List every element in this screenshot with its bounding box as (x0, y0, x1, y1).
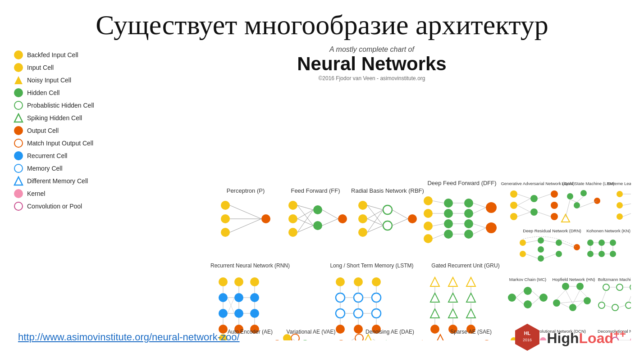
svg-line-380 (557, 290, 566, 299)
svg-point-13 (288, 214, 297, 223)
svg-point-72 (219, 293, 228, 302)
svg-text:Deep Feed Forward (DFF): Deep Feed Forward (DFF) (427, 180, 496, 186)
highload-text: HighLoad++ (547, 328, 626, 347)
svg-point-312 (556, 251, 562, 257)
svg-line-33 (367, 205, 383, 210)
svg-point-43 (424, 209, 433, 218)
svg-marker-124 (448, 277, 457, 286)
legend-label: Different Memory Cell (27, 177, 88, 185)
svg-line-274 (566, 199, 570, 217)
svg-marker-481 (515, 324, 539, 351)
svg-point-321 (610, 240, 616, 246)
chart-header: A mostly complete chart of Neural Networ… (297, 45, 446, 81)
svg-point-104 (354, 309, 363, 318)
svg-line-56 (433, 201, 444, 203)
svg-point-276 (617, 202, 623, 208)
legend-item: Convolution or Pool (14, 201, 113, 211)
svg-text:HL: HL (524, 330, 531, 336)
legend-item: Input Cell (14, 63, 113, 72)
svg-line-65 (473, 208, 486, 213)
svg-point-390 (598, 302, 605, 308)
svg-line-25 (322, 219, 338, 226)
svg-line-286 (623, 212, 631, 217)
svg-point-73 (234, 293, 243, 302)
legend-item: Spiking Hidden Cell (14, 113, 113, 123)
svg-point-253 (510, 202, 517, 209)
svg-point-387 (603, 284, 609, 290)
legend-label: Recurrent Cell (27, 152, 67, 159)
svg-line-315 (526, 254, 538, 258)
svg-point-6 (221, 228, 230, 237)
svg-line-263 (517, 212, 530, 217)
content-area: Backfed Input Cell Input Cell Noisy Inpu… (14, 45, 630, 340)
svg-point-310 (538, 255, 544, 262)
svg-point-55 (486, 222, 497, 233)
svg-line-396 (629, 290, 631, 302)
svg-point-4 (221, 201, 230, 210)
svg-point-31 (383, 221, 392, 230)
svg-point-309 (538, 246, 544, 253)
svg-point-388 (617, 284, 623, 290)
svg-point-307 (520, 251, 526, 257)
svg-point-51 (464, 209, 473, 218)
legend-item: Output Cell (14, 126, 113, 136)
svg-point-311 (556, 240, 562, 246)
legend-label: Probablistic Hidden Cell (27, 102, 94, 109)
legend-label: Backfed Input Cell (27, 51, 78, 59)
footer: http://www.asimovinstitute.org/neural-ne… (0, 321, 644, 353)
svg-point-75 (219, 309, 228, 318)
legend-icon (14, 88, 23, 98)
svg-text:Extreme Learning Machine (ELM): Extreme Learning Machine (ELM) (607, 181, 631, 186)
legend-label: Output Cell (27, 127, 59, 134)
svg-text:Kohonen Network (KN): Kohonen Network (KN) (586, 228, 630, 233)
svg-point-367 (524, 287, 532, 295)
legend-icon (14, 163, 23, 173)
svg-line-64 (473, 203, 486, 208)
svg-point-44 (424, 222, 433, 231)
legend-label: Noisy Input Cell (27, 77, 71, 84)
legend-item: Hidden Cell (14, 88, 113, 98)
svg-text:Deep Residual Network (DRN): Deep Residual Network (DRN) (523, 228, 581, 233)
svg-line-40 (392, 219, 408, 226)
svg-line-264 (538, 194, 551, 199)
svg-point-12 (288, 201, 297, 210)
svg-marker-127 (448, 293, 457, 302)
svg-point-375 (576, 283, 584, 290)
svg-line-24 (322, 210, 338, 219)
slide: Существует многообразие архитектур Backf… (0, 0, 644, 362)
svg-point-5 (221, 214, 230, 223)
svg-line-371 (516, 298, 524, 304)
svg-point-105 (372, 309, 381, 318)
svg-marker-126 (430, 293, 439, 302)
svg-marker-269 (562, 214, 570, 222)
legend-label: Memory Cell (27, 165, 63, 172)
svg-point-54 (486, 202, 497, 213)
svg-point-322 (587, 251, 594, 257)
footer-link[interactable]: http://www.asimovinstitute.org/neural-ne… (18, 331, 240, 343)
legend-item: Different Memory Cell (14, 176, 113, 186)
legend-label: Convolution or Pool (27, 203, 82, 210)
svg-line-285 (623, 203, 631, 205)
svg-point-266 (567, 193, 573, 199)
svg-point-100 (336, 293, 345, 302)
svg-point-45 (424, 234, 433, 243)
legend-item: Kernel (14, 189, 113, 199)
svg-text:Long / Short Term Memory (LSTM: Long / Short Term Memory (LSTM) (330, 262, 413, 269)
svg-line-35 (367, 210, 383, 219)
chart-copyright: ©2016 Fjodor van Veen - asimovinstitute.… (297, 75, 446, 81)
svg-line-385 (560, 301, 584, 303)
svg-point-391 (612, 304, 618, 311)
legend-icon (14, 113, 23, 123)
svg-marker-125 (466, 277, 475, 286)
legend-icon (14, 189, 23, 199)
legend-icon (14, 138, 23, 148)
legend-item: Recurrent Cell (14, 151, 113, 161)
svg-point-377 (569, 304, 576, 311)
svg-text:Radial Basis Network (RBF): Radial Basis Network (RBF) (351, 187, 424, 194)
highload-badge: HL 2016 HighLoad++ (512, 321, 626, 353)
svg-point-28 (358, 214, 367, 223)
svg-line-398 (618, 305, 626, 308)
svg-line-271 (570, 199, 577, 202)
svg-line-265 (538, 212, 551, 217)
svg-point-32 (408, 214, 417, 223)
